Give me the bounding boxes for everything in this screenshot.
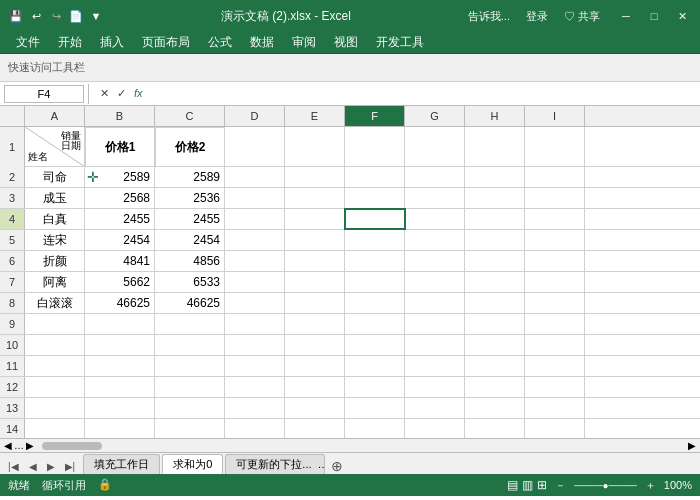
cell-8f[interactable]	[345, 293, 405, 313]
cell-5h[interactable]	[465, 230, 525, 250]
row-num-7[interactable]: 7	[0, 272, 25, 292]
login-btn[interactable]: 登录	[526, 9, 548, 24]
cell-2e[interactable]	[285, 167, 345, 187]
cell-4g[interactable]	[405, 209, 465, 229]
col-header-h[interactable]: H	[465, 106, 525, 126]
minimize-btn[interactable]: ─	[616, 6, 636, 26]
redo-icon[interactable]: ↪	[48, 8, 64, 24]
row-num-12[interactable]: 12	[0, 377, 25, 397]
cell-9e[interactable]	[285, 314, 345, 334]
row-num-10[interactable]: 10	[0, 335, 25, 355]
cell-9i[interactable]	[525, 314, 585, 334]
cell-9d[interactable]	[225, 314, 285, 334]
menu-insert[interactable]: 插入	[92, 32, 132, 53]
cell-2h[interactable]	[465, 167, 525, 187]
cell-6g[interactable]	[405, 251, 465, 271]
cell-9c[interactable]	[155, 314, 225, 334]
cell-10a[interactable]	[25, 335, 85, 355]
share-btn[interactable]: ♡ 共享	[564, 9, 600, 24]
cell-10h[interactable]	[465, 335, 525, 355]
cell-2d[interactable]	[225, 167, 285, 187]
cell-3i[interactable]	[525, 188, 585, 208]
cell-2c[interactable]: 2589	[155, 167, 225, 187]
cell-6f[interactable]	[345, 251, 405, 271]
cell-4e[interactable]	[285, 209, 345, 229]
row-num-8[interactable]: 8	[0, 293, 25, 313]
cell-10f[interactable]	[345, 335, 405, 355]
cell-6a[interactable]: 折颜	[25, 251, 85, 271]
scroll-right-end[interactable]: ▶	[684, 440, 700, 451]
page-layout-icon[interactable]: ▥	[522, 478, 533, 492]
row-num-11[interactable]: 11	[0, 356, 25, 376]
sheet-tab-fill-workday[interactable]: 填充工作日	[83, 454, 160, 474]
col-header-f[interactable]: F	[345, 106, 405, 126]
cell-6i[interactable]	[525, 251, 585, 271]
tab-last-btn[interactable]: ▶|	[61, 459, 80, 474]
col-header-d[interactable]: D	[225, 106, 285, 126]
zoom-slider[interactable]: ────●────	[574, 480, 637, 491]
name-box[interactable]: F4	[4, 85, 84, 103]
cell-9g[interactable]	[405, 314, 465, 334]
cell-7d[interactable]	[225, 272, 285, 292]
cell-4d[interactable]	[225, 209, 285, 229]
row-num-4[interactable]: 4	[0, 209, 25, 229]
restore-btn[interactable]: □	[644, 6, 664, 26]
cell-5b[interactable]: 2454	[85, 230, 155, 250]
header-price2[interactable]: 价格2	[155, 127, 225, 167]
cell-1e[interactable]	[285, 127, 345, 167]
cancel-icon[interactable]: ✕	[97, 86, 112, 101]
cell-10i[interactable]	[525, 335, 585, 355]
cell-10d[interactable]	[225, 335, 285, 355]
cell-8e[interactable]	[285, 293, 345, 313]
cell-5e[interactable]	[285, 230, 345, 250]
cell-8c[interactable]: 46625	[155, 293, 225, 313]
cell-8b[interactable]: 46625	[85, 293, 155, 313]
customize-dropdown-icon[interactable]: ▼	[88, 8, 104, 24]
cell-10g[interactable]	[405, 335, 465, 355]
header-price1[interactable]: 价格1	[85, 127, 155, 167]
menu-review[interactable]: 审阅	[284, 32, 324, 53]
cell-8g[interactable]	[405, 293, 465, 313]
col-header-g[interactable]: G	[405, 106, 465, 126]
zoom-minus-btn[interactable]: －	[555, 478, 566, 493]
cell-3d[interactable]	[225, 188, 285, 208]
menu-formulas[interactable]: 公式	[200, 32, 240, 53]
horizontal-scrollbar[interactable]: ◀ … ▶ ▶	[0, 438, 700, 452]
cell-7h[interactable]	[465, 272, 525, 292]
cell-1g[interactable]	[405, 127, 465, 167]
cell-3a[interactable]: 成玉	[25, 188, 85, 208]
row-num-1[interactable]: 1	[0, 127, 25, 167]
page-break-icon[interactable]: ⊞	[537, 478, 547, 492]
close-btn[interactable]: ✕	[672, 6, 692, 26]
cell-5a[interactable]: 连宋	[25, 230, 85, 250]
cell-7i[interactable]	[525, 272, 585, 292]
cell-3b[interactable]: 2568	[85, 188, 155, 208]
hscroll-thumb[interactable]	[42, 442, 102, 450]
cell-5d[interactable]	[225, 230, 285, 250]
cell-3h[interactable]	[465, 188, 525, 208]
cell-9b[interactable]	[85, 314, 155, 334]
row-num-3[interactable]: 3	[0, 188, 25, 208]
scroll-right-btn[interactable]: ▶	[26, 440, 34, 451]
fx-icon[interactable]: fx	[131, 86, 146, 101]
cell-5c[interactable]: 2454	[155, 230, 225, 250]
menu-page-layout[interactable]: 页面布局	[134, 32, 198, 53]
cell-6e[interactable]	[285, 251, 345, 271]
tell-me[interactable]: 告诉我...	[468, 9, 510, 24]
row-num-2[interactable]: 2	[0, 167, 25, 187]
cell-7e[interactable]	[285, 272, 345, 292]
cell-5g[interactable]	[405, 230, 465, 250]
cell-5f[interactable]	[345, 230, 405, 250]
col-header-b[interactable]: B	[85, 106, 155, 126]
undo-icon[interactable]: ↩	[28, 8, 44, 24]
menu-view[interactable]: 视图	[326, 32, 366, 53]
row-num-13[interactable]: 13	[0, 398, 25, 418]
cell-6d[interactable]	[225, 251, 285, 271]
col-header-i[interactable]: I	[525, 106, 585, 126]
row-num-5[interactable]: 5	[0, 230, 25, 250]
col-header-e[interactable]: E	[285, 106, 345, 126]
cell-4h[interactable]	[465, 209, 525, 229]
formula-input[interactable]	[150, 85, 696, 103]
cell-4b[interactable]: 2455	[85, 209, 155, 229]
cell-4a[interactable]: 白真	[25, 209, 85, 229]
